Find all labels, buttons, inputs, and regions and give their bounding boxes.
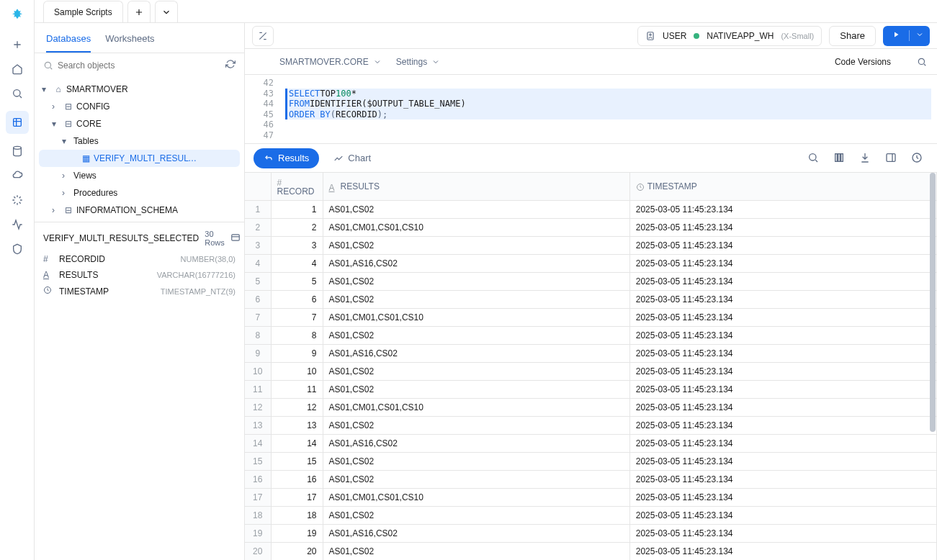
cloud-icon[interactable] xyxy=(10,168,24,183)
code-line[interactable]: ORDER BY (RECORDID); xyxy=(285,109,931,120)
cell-timestamp[interactable]: 2025-03-05 11:45:23.134 xyxy=(629,363,936,381)
results-tab[interactable]: Results xyxy=(254,148,319,168)
cell-results[interactable]: AS01,AS16,CS02 xyxy=(323,435,629,453)
panel-icon[interactable] xyxy=(885,152,898,165)
cell-results[interactable]: AS01,CS02 xyxy=(323,381,629,399)
table-row[interactable]: 1616AS01,CS022025-03-05 11:45:23.134 xyxy=(245,471,937,489)
table-row[interactable]: 2020AS01,CS022025-03-05 11:45:23.134 xyxy=(245,543,937,561)
tree-node-core[interactable]: ▾⊟CORE xyxy=(35,115,244,132)
col-header-timestamp[interactable]: TIMESTAMP xyxy=(629,173,936,201)
table-row[interactable]: 1515AS01,CS022025-03-05 11:45:23.134 xyxy=(245,453,937,471)
preview-icon[interactable] xyxy=(230,232,241,245)
cell-record[interactable]: 17 xyxy=(271,489,323,507)
cell-results[interactable]: AS01,CM01,CS01,CS10 xyxy=(323,219,629,237)
cell-record[interactable]: 19 xyxy=(271,525,323,543)
cell-results[interactable]: AS01,CM01,CS01,CS10 xyxy=(323,489,629,507)
cell-timestamp[interactable]: 2025-03-05 11:45:23.134 xyxy=(629,327,936,345)
code-line[interactable]: SELECT TOP 100 * xyxy=(285,89,931,99)
download-icon[interactable] xyxy=(859,152,872,165)
cell-timestamp[interactable]: 2025-03-05 11:45:23.134 xyxy=(629,273,936,291)
sql-editor[interactable]: 424344454647 SELECT TOP 100 *FROM IDENTI… xyxy=(245,75,937,144)
cell-results[interactable]: AS01,CS02 xyxy=(323,327,629,345)
cell-timestamp[interactable]: 2025-03-05 11:45:23.134 xyxy=(629,345,936,363)
cell-results[interactable]: AS01,CS02 xyxy=(323,363,629,381)
cell-results[interactable]: AS01,CS02 xyxy=(323,201,629,219)
cell-timestamp[interactable]: 2025-03-05 11:45:23.134 xyxy=(629,237,936,255)
code-line[interactable]: FROM IDENTIFIER($OUTPUT_TABLE_NAME) xyxy=(285,99,931,109)
code-line[interactable] xyxy=(285,78,931,89)
cell-timestamp[interactable]: 2025-03-05 11:45:23.134 xyxy=(629,255,936,273)
cell-results[interactable]: AS01,CS02 xyxy=(323,471,629,489)
search-input[interactable] xyxy=(58,60,221,71)
cell-results[interactable]: AS01,CS02 xyxy=(323,453,629,471)
table-row[interactable]: 66AS01,CS022025-03-05 11:45:23.134 xyxy=(245,291,937,309)
cell-record[interactable]: 13 xyxy=(271,417,323,435)
cell-record[interactable]: 6 xyxy=(271,291,323,309)
cell-record[interactable]: 11 xyxy=(271,381,323,399)
table-row[interactable]: 1212AS01,CM01,CS01,CS102025-03-05 11:45:… xyxy=(245,399,937,417)
database-icon[interactable] xyxy=(10,144,24,158)
scrollbar[interactable] xyxy=(930,173,936,560)
cell-results[interactable]: AS01,CS02 xyxy=(323,273,629,291)
share-button[interactable]: Share xyxy=(829,26,876,46)
table-row[interactable]: 1919AS01,AS16,CS022025-03-05 11:45:23.13… xyxy=(245,525,937,543)
table-row[interactable]: 1414AS01,AS16,CS022025-03-05 11:45:23.13… xyxy=(245,435,937,453)
cell-record[interactable]: 5 xyxy=(271,273,323,291)
cell-results[interactable]: AS01,CS02 xyxy=(323,291,629,309)
tree-node-views[interactable]: ›Views xyxy=(35,167,244,184)
tab-dropdown[interactable] xyxy=(155,1,178,22)
column-row[interactable]: ARESULTSVARCHAR(16777216) xyxy=(43,267,236,283)
table-row[interactable]: 99AS01,AS16,CS022025-03-05 11:45:23.134 xyxy=(245,345,937,363)
cell-results[interactable]: AS01,CS02 xyxy=(323,417,629,435)
code-versions-link[interactable]: Code Versions xyxy=(835,57,891,67)
context-settings[interactable]: Settings xyxy=(396,57,440,67)
context-database[interactable]: SMARTMOVER.CORE xyxy=(279,57,382,67)
cell-record[interactable]: 1 xyxy=(271,201,323,219)
table-row[interactable]: 1010AS01,CS022025-03-05 11:45:23.134 xyxy=(245,363,937,381)
search-results-icon[interactable] xyxy=(807,152,820,165)
plus-icon[interactable] xyxy=(10,37,24,52)
table-row[interactable]: 11AS01,CS022025-03-05 11:45:23.134 xyxy=(245,201,937,219)
run-button[interactable] xyxy=(883,26,930,46)
cell-results[interactable]: AS01,CM01,CS01,CS10 xyxy=(323,399,629,417)
tree-node-config[interactable]: ›⊟CONFIG xyxy=(35,98,244,115)
role-warehouse-picker[interactable]: USER NATIVEAPP_WH (X-Small) xyxy=(637,26,822,46)
cell-timestamp[interactable]: 2025-03-05 11:45:23.134 xyxy=(629,417,936,435)
cell-timestamp[interactable]: 2025-03-05 11:45:23.134 xyxy=(629,507,936,525)
results-grid-wrap[interactable]: #RECORD ARESULTS TIMESTAMP 11AS01,CS0220… xyxy=(245,173,937,560)
tree-node-tables[interactable]: ▾Tables xyxy=(35,132,244,150)
cell-results[interactable]: AS01,CS02 xyxy=(323,237,629,255)
tab-sample-scripts[interactable]: Sample Scripts xyxy=(43,1,123,22)
cell-timestamp[interactable]: 2025-03-05 11:45:23.134 xyxy=(629,525,936,543)
cell-results[interactable]: AS01,CM01,CS01,CS10 xyxy=(323,309,629,327)
chevron-down-icon[interactable] xyxy=(909,30,930,41)
cell-timestamp[interactable]: 2025-03-05 11:45:23.134 xyxy=(629,471,936,489)
table-row[interactable]: 1313AS01,CS022025-03-05 11:45:23.134 xyxy=(245,417,937,435)
worksheets-icon[interactable] xyxy=(10,115,24,130)
columns-icon[interactable] xyxy=(833,152,846,165)
cell-results[interactable]: AS01,AS16,CS02 xyxy=(323,345,629,363)
col-header-index[interactable] xyxy=(245,173,271,201)
table-row[interactable]: 33AS01,CS022025-03-05 11:45:23.134 xyxy=(245,237,937,255)
col-header-record[interactable]: #RECORD xyxy=(271,173,323,201)
cell-timestamp[interactable]: 2025-03-05 11:45:23.134 xyxy=(629,453,936,471)
tree-node-smartmover[interactable]: ▾⌂SMARTMOVER xyxy=(35,81,244,98)
refresh-icon[interactable] xyxy=(225,59,236,71)
cell-record[interactable]: 3 xyxy=(271,237,323,255)
cell-results[interactable]: AS01,CS02 xyxy=(323,543,629,561)
table-row[interactable]: 1111AS01,CS022025-03-05 11:45:23.134 xyxy=(245,381,937,399)
column-row[interactable]: TIMESTAMPTIMESTAMP_NTZ(9) xyxy=(43,283,236,299)
table-row[interactable]: 1818AS01,CS022025-03-05 11:45:23.134 xyxy=(245,507,937,525)
cell-timestamp[interactable]: 2025-03-05 11:45:23.134 xyxy=(629,201,936,219)
code-line[interactable] xyxy=(285,130,931,141)
cell-results[interactable]: AS01,AS16,CS02 xyxy=(323,525,629,543)
cell-results[interactable]: AS01,CS02 xyxy=(323,507,629,525)
shield-icon[interactable] xyxy=(10,242,24,256)
col-header-results[interactable]: ARESULTS xyxy=(323,173,629,201)
cell-timestamp[interactable]: 2025-03-05 11:45:23.134 xyxy=(629,291,936,309)
chart-tab[interactable]: Chart xyxy=(323,148,381,168)
tree-node-procedures[interactable]: ›Procedures xyxy=(35,184,244,202)
tree-node-table-selected[interactable]: ▦VERIFY_MULTI_RESULTS_SELECT... xyxy=(39,150,240,167)
settings-button[interactable] xyxy=(252,26,274,46)
cell-timestamp[interactable]: 2025-03-05 11:45:23.134 xyxy=(629,543,936,561)
